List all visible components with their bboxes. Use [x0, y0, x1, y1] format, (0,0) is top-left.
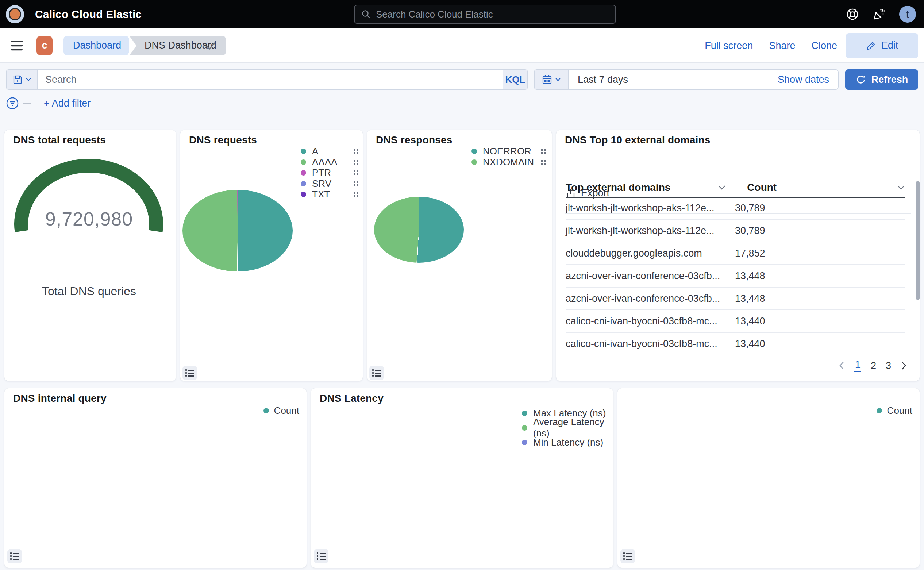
- legend-actions-icon[interactable]: [354, 181, 359, 186]
- kql-toggle[interactable]: KQL: [503, 70, 527, 89]
- legend-label: Min Latency (ns): [533, 437, 603, 448]
- share-button[interactable]: Share: [769, 40, 795, 51]
- cell-domain: calico-cni-ivan-byocni-03cfb8-mc...: [565, 338, 735, 349]
- help-icon[interactable]: [846, 8, 859, 21]
- legend-item[interactable]: Count: [876, 405, 912, 416]
- legend-toggle-button[interactable]: [182, 366, 197, 380]
- legend-toggle-button[interactable]: [7, 549, 22, 564]
- cell-domain: jlt-worksh-jlt-workshop-aks-112e...: [565, 202, 735, 214]
- menu-icon[interactable]: [11, 40, 23, 51]
- panel-title: DNS Top 10 external domains: [565, 134, 711, 146]
- legend-item[interactable]: NXDOMAIN: [472, 157, 546, 168]
- legend-dot: [522, 425, 527, 431]
- legend-label: NOERROR: [483, 146, 531, 157]
- column-header-domains[interactable]: Top external domains: [565, 182, 670, 193]
- dns-responses-pie[interactable]: [374, 197, 464, 263]
- refresh-button[interactable]: Refresh: [845, 69, 918, 90]
- panel-dns-latency: DNS Latency Max Latency (ns)Average Late…: [311, 388, 613, 568]
- next-page-icon: [901, 361, 907, 371]
- saved-query-menu[interactable]: [6, 70, 38, 89]
- legend-toggle-button[interactable]: [369, 366, 384, 380]
- panel-title: DNS responses: [376, 134, 452, 146]
- search-placeholder: Search: [45, 74, 77, 86]
- legend-label: PTR: [312, 167, 331, 178]
- legend-dot: [522, 411, 527, 416]
- cell-count: 17,852: [735, 248, 765, 259]
- time-range-value[interactable]: Last 7 days: [578, 74, 628, 86]
- panel-title: DNS internal query: [13, 393, 107, 405]
- add-filter-button[interactable]: + Add filter: [44, 98, 90, 109]
- cell-count: 13,440: [735, 338, 765, 349]
- nav-toolbar: c Dashboard DNS Dashboard Full screen Sh…: [0, 29, 924, 63]
- global-search-input[interactable]: Search Calico Cloud Elastic: [354, 5, 616, 24]
- legend-label: Count: [887, 405, 912, 416]
- avatar[interactable]: t: [899, 6, 916, 23]
- cell-count: 13,448: [735, 293, 765, 304]
- legend-item[interactable]: PTR: [301, 167, 359, 178]
- legend-item[interactable]: SRV: [301, 178, 359, 189]
- column-header-count[interactable]: Count: [747, 182, 777, 193]
- pagination: 123: [838, 359, 907, 372]
- legend-toggle-button[interactable]: [314, 549, 328, 564]
- search-input[interactable]: Search: [38, 70, 503, 89]
- legend-item[interactable]: Count: [264, 405, 299, 416]
- panel-title: DNS total requests: [13, 134, 106, 146]
- legend-dot: [301, 159, 306, 165]
- edit-button[interactable]: Edit: [846, 33, 918, 58]
- gauge-label: Total DNS queries: [5, 285, 174, 298]
- filter-icon[interactable]: [6, 97, 19, 110]
- check-icon[interactable]: [204, 40, 217, 52]
- table-row[interactable]: azcni-over-ivan-conference-03cfb...13,44…: [565, 265, 905, 288]
- show-dates-button[interactable]: Show dates: [778, 74, 829, 86]
- cell-domain: azcni-over-ivan-conference-03cfb...: [565, 293, 735, 304]
- calico-logo[interactable]: [6, 5, 24, 23]
- table-row[interactable]: calico-cni-ivan-byocni-03cfb8-mc...13,44…: [565, 333, 905, 355]
- table-row[interactable]: azcni-over-ivan-conference-03cfb...13,44…: [565, 288, 905, 310]
- legend-item[interactable]: TXT: [301, 189, 359, 200]
- breadcrumb-dashboard[interactable]: Dashboard: [63, 36, 127, 55]
- space-badge[interactable]: c: [37, 36, 52, 55]
- gauge-chart: [5, 130, 176, 381]
- legend-actions-icon[interactable]: [354, 149, 359, 154]
- legend-item[interactable]: AAAA: [301, 157, 359, 168]
- full-screen-button[interactable]: Full screen: [705, 40, 753, 51]
- search-icon: [361, 9, 371, 19]
- legend-dot: [301, 181, 306, 187]
- table-row[interactable]: jlt-worksh-jlt-workshop-aks-112e...30,78…: [565, 197, 905, 220]
- legend-actions-icon[interactable]: [541, 160, 546, 165]
- legend-dot: [301, 192, 306, 197]
- avatar-initial: t: [906, 8, 909, 20]
- panel-dns-top-external-domains: DNS Top 10 external domains Export Top e…: [556, 130, 919, 381]
- cell-domain: azcni-over-ivan-conference-03cfb...: [565, 270, 735, 282]
- legend-actions-icon[interactable]: [541, 149, 546, 154]
- date-quick-menu[interactable]: [535, 70, 569, 89]
- dns-requests-pie[interactable]: [182, 190, 293, 271]
- legend-item[interactable]: A: [301, 146, 359, 157]
- panel-dns-requests: DNS requests AAAAAPTRSRVTXT: [180, 130, 363, 381]
- filter-dash: [23, 103, 31, 104]
- clone-button[interactable]: Clone: [811, 40, 837, 51]
- legend-actions-icon[interactable]: [354, 192, 359, 197]
- legend-actions-icon[interactable]: [354, 170, 359, 175]
- legend-dot: [301, 170, 306, 176]
- table-row[interactable]: clouddebugger.googleapis.com17,852: [565, 242, 905, 265]
- legend-item[interactable]: NOERROR: [472, 146, 546, 157]
- page-3[interactable]: 3: [886, 360, 891, 371]
- legend-item[interactable]: Average Latency (ns): [522, 420, 610, 435]
- panel-dns-responses: DNS responses NOERRORNXDOMAIN: [367, 130, 552, 381]
- legend-toggle-button[interactable]: [621, 549, 635, 564]
- table-row[interactable]: jlt-worksh-jlt-workshop-aks-112e...30,78…: [565, 220, 905, 242]
- top-header: Calico Cloud Elastic Search Calico Cloud…: [0, 0, 924, 29]
- legend-item[interactable]: Min Latency (ns): [522, 435, 610, 450]
- legend-actions-icon[interactable]: [354, 160, 359, 165]
- page-1[interactable]: 1: [854, 359, 861, 372]
- query-bar: Search KQL: [6, 69, 528, 90]
- cell-domain: jlt-worksh-jlt-workshop-aks-112e...: [565, 225, 735, 236]
- table-row[interactable]: calico-cni-ivan-byocni-03cfb8-mc...13,44…: [565, 310, 905, 333]
- legend-label: SRV: [312, 178, 331, 189]
- chevron-down-icon: [718, 185, 726, 190]
- news-icon[interactable]: [872, 7, 886, 21]
- page-2[interactable]: 2: [871, 360, 876, 371]
- scrollbar[interactable]: [916, 181, 919, 300]
- prev-page-icon: [838, 361, 845, 371]
